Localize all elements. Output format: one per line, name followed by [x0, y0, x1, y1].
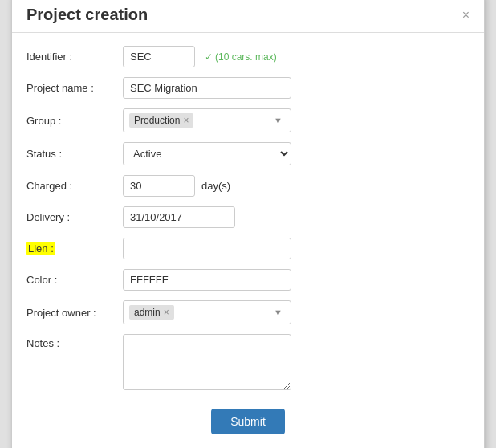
delivery-label: Delivery :	[26, 211, 123, 223]
identifier-input[interactable]	[123, 46, 195, 67]
lien-row: Lien :	[26, 238, 470, 259]
charged-unit: day(s)	[201, 180, 230, 192]
status-label: Status :	[26, 148, 123, 160]
group-label: Group :	[26, 115, 123, 127]
notes-label: Notes :	[26, 334, 123, 349]
charged-control: day(s)	[123, 175, 470, 197]
submit-row: Submit	[26, 402, 470, 441]
notes-row: Notes :	[26, 334, 470, 393]
group-tag-remove[interactable]: ×	[183, 115, 189, 126]
project-owner-label: Project owner :	[26, 307, 123, 319]
project-name-input[interactable]	[123, 77, 291, 99]
charged-label: Charged :	[26, 180, 123, 192]
group-control: Production × ▼	[123, 108, 470, 132]
color-input[interactable]	[123, 269, 291, 291]
dialog-header: Project creation ×	[12, 0, 484, 33]
owner-tag-remove[interactable]: ×	[164, 307, 169, 318]
charged-row: Charged : day(s)	[26, 175, 470, 197]
group-caret-icon: ▼	[274, 116, 283, 125]
lien-control	[123, 238, 470, 259]
project-owner-row: Project owner : admin × ▼	[26, 300, 470, 324]
checkmark-icon: ✓	[205, 51, 213, 63]
lien-input[interactable]	[123, 238, 291, 259]
group-tag: Production ×	[129, 113, 193, 128]
color-row: Color :	[26, 269, 470, 291]
status-control: Active Inactive Pending	[123, 142, 470, 165]
owner-tag: admin ×	[129, 305, 174, 320]
identifier-hint: ✓(10 cars. max)	[205, 51, 277, 63]
close-button[interactable]: ×	[462, 9, 470, 22]
status-select[interactable]: Active Inactive Pending	[123, 142, 291, 165]
group-tag-label: Production	[134, 115, 180, 126]
project-name-label: Project name :	[26, 82, 123, 94]
identifier-row: Identifier : ✓(10 cars. max)	[26, 46, 470, 67]
notes-textarea[interactable]	[123, 334, 291, 390]
color-control	[123, 269, 470, 291]
color-label: Color :	[26, 274, 123, 286]
notes-control	[123, 334, 470, 393]
identifier-label: Identifier :	[26, 51, 123, 63]
status-row: Status : Active Inactive Pending	[26, 142, 470, 165]
project-name-control	[123, 77, 470, 99]
owner-caret-icon: ▼	[274, 307, 283, 317]
delivery-row: Delivery :	[26, 206, 470, 228]
charged-input[interactable]	[123, 175, 195, 197]
dialog-title: Project creation	[26, 6, 148, 24]
identifier-control: ✓(10 cars. max)	[123, 46, 470, 67]
dialog-body: Identifier : ✓(10 cars. max) Project nam…	[12, 33, 484, 448]
owner-tag-label: admin	[134, 307, 161, 318]
project-owner-control: admin × ▼	[123, 300, 470, 324]
group-row: Group : Production × ▼	[26, 108, 470, 132]
group-select-wrapper[interactable]: Production × ▼	[123, 108, 291, 132]
project-name-row: Project name :	[26, 77, 470, 99]
delivery-input[interactable]	[123, 206, 235, 228]
lien-label: Lien :	[26, 242, 55, 255]
lien-label-container: Lien :	[26, 242, 123, 255]
submit-button[interactable]: Submit	[211, 409, 285, 434]
project-creation-dialog: Project creation × Identifier : ✓(10 car…	[11, 0, 485, 448]
delivery-control	[123, 206, 470, 228]
owner-select-wrapper[interactable]: admin × ▼	[123, 300, 291, 324]
